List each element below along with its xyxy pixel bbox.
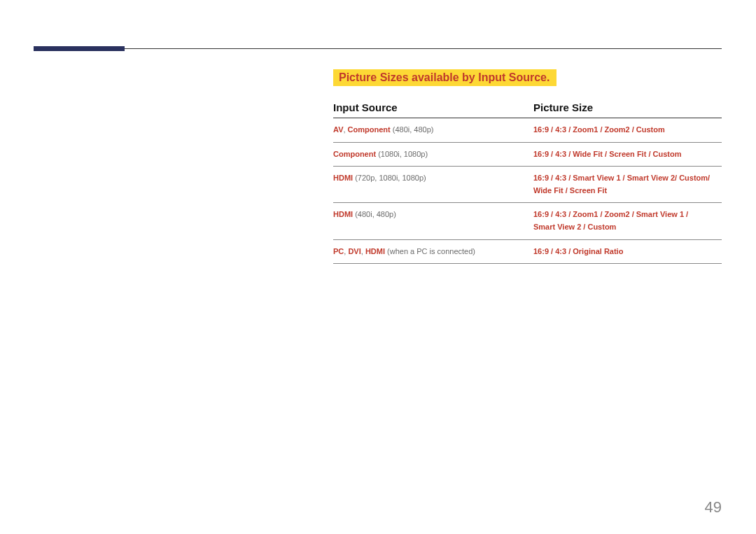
cell-input-source: AV, Component (480i, 480p) <box>333 118 533 143</box>
section-title: Picture Sizes available by Input Source. <box>333 69 556 86</box>
header-divider <box>34 48 722 49</box>
page-number: 49 <box>705 498 722 517</box>
header-accent-bar <box>34 46 125 51</box>
cell-picture-size: 16:9 / 4:3 / Wide Fit / Screen Fit / Cus… <box>533 142 722 167</box>
document-page: Picture Sizes available by Input Source.… <box>0 0 756 534</box>
table-row: AV, Component (480i, 480p)16:9 / 4:3 / Z… <box>333 118 722 143</box>
cell-input-source: PC, DVI, HDMI (when a PC is connected) <box>333 239 533 264</box>
cell-input-source: HDMI (720p, 1080i, 1080p) <box>333 167 533 203</box>
table-header-input-source: Input Source <box>333 97 533 118</box>
cell-picture-size: 16:9 / 4:3 / Smart View 1 / Smart View 2… <box>533 167 722 203</box>
cell-input-source: HDMI (480i, 480p) <box>333 203 533 239</box>
cell-input-source: Component (1080i, 1080p) <box>333 142 533 167</box>
table-row: HDMI (720p, 1080i, 1080p)16:9 / 4:3 / Sm… <box>333 167 722 203</box>
cell-picture-size: 16:9 / 4:3 / Original Ratio <box>533 239 722 264</box>
cell-picture-size: 16:9 / 4:3 / Zoom1 / Zoom2 / Smart View … <box>533 203 722 239</box>
picture-size-table: Input Source Picture Size AV, Component … <box>333 97 722 264</box>
table-row: HDMI (480i, 480p)16:9 / 4:3 / Zoom1 / Zo… <box>333 203 722 239</box>
cell-picture-size: 16:9 / 4:3 / Zoom1 / Zoom2 / Custom <box>533 118 722 143</box>
table-row: Component (1080i, 1080p)16:9 / 4:3 / Wid… <box>333 142 722 167</box>
content-area: Picture Sizes available by Input Source.… <box>333 69 722 264</box>
table-row: PC, DVI, HDMI (when a PC is connected)16… <box>333 239 722 264</box>
table-header-picture-size: Picture Size <box>533 97 722 118</box>
